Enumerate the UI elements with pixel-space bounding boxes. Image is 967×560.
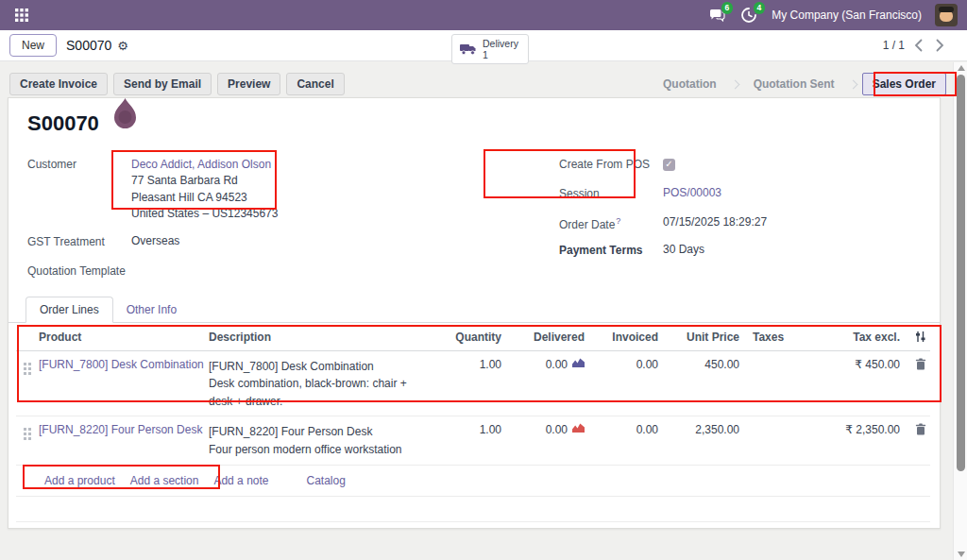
vertical-scrollbar bbox=[953, 62, 967, 560]
subtotal-cell: ₹ 2,350.00 bbox=[802, 423, 900, 436]
description-cell[interactable]: [FURN_8220] Four Person Desk Four person… bbox=[209, 423, 441, 458]
scroll-up-icon[interactable] bbox=[958, 65, 965, 71]
quotation-template-label: Quotation Template bbox=[27, 263, 131, 278]
add-a-section-link[interactable]: Add a section bbox=[130, 474, 199, 487]
unit-price-cell[interactable]: 2,350.00 bbox=[658, 423, 739, 436]
invoiced-cell[interactable]: 0.00 bbox=[585, 423, 658, 436]
header-quantity: Quantity bbox=[441, 331, 501, 344]
create-invoice-button[interactable]: Create Invoice bbox=[9, 73, 108, 95]
grid-icon bbox=[14, 8, 29, 23]
product-link[interactable]: [FURN_8220] Four Person Desk bbox=[39, 423, 202, 436]
order-lines-table: Product Description Quantity Delivered I… bbox=[8, 323, 940, 522]
messages-badge: 6 bbox=[721, 2, 734, 14]
optional-columns-icon[interactable] bbox=[914, 331, 926, 343]
status-bar: Quotation Quotation Sent Sales Order bbox=[653, 73, 946, 95]
action-bar: Create Invoice Send by Email Preview Can… bbox=[9, 73, 946, 95]
order-title: S00070 bbox=[8, 98, 940, 136]
quantity-cell[interactable]: 1.00 bbox=[441, 358, 501, 371]
empty-strip bbox=[16, 497, 930, 522]
quantity-cell[interactable]: 1.00 bbox=[441, 423, 501, 436]
customer-address-line: 77 Santa Barbara Rd bbox=[131, 173, 278, 189]
apps-menu-icon[interactable] bbox=[9, 3, 34, 27]
customer-label: Customer bbox=[27, 157, 131, 171]
create-from-pos-label: Create From POS bbox=[559, 157, 663, 171]
status-sales-order[interactable]: Sales Order bbox=[862, 73, 946, 95]
top-navbar: 6 4 My Company (San Francisco) bbox=[0, 0, 967, 30]
product-link[interactable]: [FURN_7800] Desk Combination bbox=[39, 358, 204, 371]
gst-treatment-label: GST Treatment bbox=[27, 234, 131, 248]
customer-link[interactable]: Deco Addict, Addison Olson bbox=[131, 158, 271, 171]
delete-row-icon[interactable] bbox=[915, 358, 926, 370]
subtotal-cell: ₹ 450.00 bbox=[802, 358, 900, 371]
header-tax-excl: Tax excl. bbox=[802, 331, 900, 344]
header-product: Product bbox=[39, 331, 209, 344]
truck-icon bbox=[460, 42, 477, 56]
activities-icon[interactable]: 4 bbox=[739, 7, 758, 24]
add-a-note-link[interactable]: Add a note bbox=[213, 474, 268, 487]
forecast-chart-icon[interactable] bbox=[572, 358, 585, 368]
order-line-row: [FURN_7800] Desk Combination [FURN_7800]… bbox=[16, 351, 930, 417]
table-footer-links: Add a product Add a section Add a note C… bbox=[16, 466, 930, 497]
company-name[interactable]: My Company (San Francisco) bbox=[772, 8, 922, 22]
pager-next-icon[interactable] bbox=[936, 39, 944, 52]
description-cell[interactable]: [FURN_7800] Desk Combination Desk combin… bbox=[209, 358, 441, 411]
pager-count: 1 / 1 bbox=[883, 39, 905, 52]
breadcrumb: S00070 ⚙ bbox=[66, 38, 128, 53]
preview-button[interactable]: Preview bbox=[217, 73, 280, 95]
tab-order-lines[interactable]: Order Lines bbox=[25, 297, 113, 323]
app-window: 6 4 My Company (San Francisco) New S0007… bbox=[0, 0, 967, 560]
order-date-value[interactable]: 07/15/2025 18:29:27 bbox=[663, 215, 767, 229]
drag-handle-icon[interactable] bbox=[24, 428, 26, 431]
customer-address-line: United States – US12345673 bbox=[131, 206, 278, 222]
delivered-cell[interactable]: 0.00 bbox=[546, 423, 568, 436]
smart-button-count: 1 bbox=[483, 49, 518, 60]
gst-treatment-value[interactable]: Overseas bbox=[131, 234, 179, 247]
user-avatar[interactable] bbox=[935, 4, 958, 26]
notebook-tabs: Order Lines Other Info bbox=[8, 297, 940, 323]
tab-other-info[interactable]: Other Info bbox=[113, 297, 190, 322]
delivery-smart-button[interactable]: Delivery 1 bbox=[451, 34, 529, 64]
drag-handle-icon[interactable] bbox=[24, 363, 26, 365]
customer-address-line: Pleasant Hill CA 94523 bbox=[131, 190, 278, 206]
header-description: Description bbox=[209, 331, 441, 344]
header-invoiced: Invoiced bbox=[585, 331, 658, 344]
payment-terms-value[interactable]: 30 Days bbox=[663, 243, 704, 256]
invoiced-cell[interactable]: 0.00 bbox=[585, 358, 658, 371]
help-question-icon: ? bbox=[616, 216, 620, 226]
order-line-row: [FURN_8220] Four Person Desk [FURN_8220]… bbox=[16, 416, 930, 465]
header-unit-price: Unit Price bbox=[658, 331, 739, 344]
gear-icon[interactable]: ⚙ bbox=[117, 40, 128, 52]
table-header-row: Product Description Quantity Delivered I… bbox=[16, 323, 930, 351]
catalog-link[interactable]: Catalog bbox=[307, 474, 346, 487]
create-from-pos-checkbox[interactable]: ✓ bbox=[663, 159, 675, 171]
control-panel: New S00070 ⚙ Delivery 1 1 / 1 bbox=[0, 30, 967, 61]
breadcrumb-record[interactable]: S00070 bbox=[66, 38, 111, 53]
chevron-separator-icon bbox=[730, 79, 739, 89]
smart-button-label: Delivery bbox=[483, 38, 518, 49]
delete-row-icon[interactable] bbox=[915, 423, 926, 435]
add-a-product-link[interactable]: Add a product bbox=[44, 474, 115, 487]
pager-previous-icon[interactable] bbox=[914, 39, 923, 52]
session-link[interactable]: POS/00003 bbox=[663, 186, 721, 199]
customer-value: Deco Addict, Addison Olson 77 Santa Barb… bbox=[131, 157, 278, 223]
cancel-button[interactable]: Cancel bbox=[286, 73, 344, 95]
scroll-down-icon[interactable] bbox=[958, 552, 965, 557]
order-date-label: Order Date? bbox=[559, 215, 663, 231]
payment-terms-label: Payment Terms bbox=[559, 243, 663, 257]
session-label: Session bbox=[559, 186, 663, 200]
forecast-chart-icon[interactable] bbox=[572, 423, 585, 433]
scrollbar-thumb[interactable] bbox=[957, 75, 965, 471]
new-button[interactable]: New bbox=[9, 34, 57, 57]
unit-price-cell[interactable]: 450.00 bbox=[658, 358, 739, 371]
delivered-cell[interactable]: 0.00 bbox=[546, 358, 568, 371]
activities-badge: 4 bbox=[754, 2, 766, 14]
status-quotation[interactable]: Quotation bbox=[653, 74, 726, 94]
chevron-separator-icon bbox=[848, 79, 857, 89]
status-quotation-sent[interactable]: Quotation Sent bbox=[744, 74, 844, 94]
messages-icon[interactable]: 6 bbox=[707, 7, 726, 24]
header-delivered: Delivered bbox=[501, 331, 585, 344]
send-by-email-button[interactable]: Send by Email bbox=[113, 73, 212, 95]
header-taxes: Taxes bbox=[739, 331, 802, 344]
form-sheet: S00070 Customer Deco Addict, Addison Ols… bbox=[8, 97, 941, 529]
